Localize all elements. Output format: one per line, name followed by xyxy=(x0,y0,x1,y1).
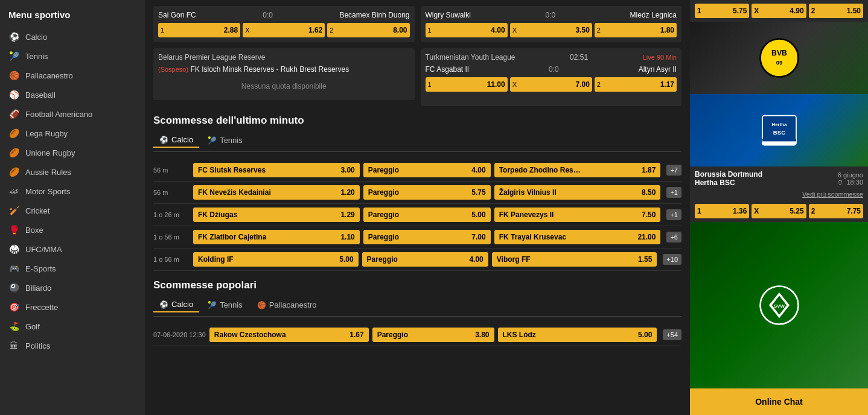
sidebar-item-tennis[interactable]: 🎾 Tennis xyxy=(0,46,145,66)
bet-home-2[interactable]: FK Džiugas 1.29 xyxy=(193,208,360,222)
right-panel: 1 5.75 X 4.90 2 1.50 BVB 09 Hertha BSC xyxy=(690,0,868,415)
bet-home-0[interactable]: FC Slutsk Reserves 3.00 xyxy=(193,163,360,177)
sidebar-item-unione-rugby[interactable]: 🏉 Unione Rugby xyxy=(0,143,145,162)
odd-2[interactable]: 21.17 xyxy=(595,77,677,92)
odd-2[interactable]: 21.80 xyxy=(595,23,677,37)
home-team: Sai Gon FC xyxy=(158,11,196,19)
sidebar-item-label: Tennis xyxy=(25,52,48,61)
sidebar-item-boxe[interactable]: 🥊 Boxe xyxy=(0,220,145,239)
sidebar-item-politics[interactable]: 🏛 Politics xyxy=(0,336,145,355)
sidebar-item-cricket[interactable]: 🏏 Cricket xyxy=(0,201,145,220)
featured-odd2-x[interactable]: X 5.25 xyxy=(752,204,806,218)
sidebar-item-motor-sports[interactable]: 🏎 Motor Sports xyxy=(0,182,145,201)
mma-icon: 🥋 xyxy=(8,244,19,254)
bet-row-3: 1 o 56 m FK Zlatibor Cajetina 1.10 Pareg… xyxy=(153,226,681,249)
popular-bet-draw-0[interactable]: Pareggio 3.80 xyxy=(372,328,494,342)
bet-draw-3[interactable]: Pareggio 7.00 xyxy=(363,230,491,244)
politics-icon: 🏛 xyxy=(8,341,19,350)
bet-away-4[interactable]: Viborg FF 1.55 xyxy=(492,252,657,267)
popular-plus-badge-0[interactable]: +54 xyxy=(663,329,681,340)
bet-draw-0[interactable]: Pareggio 4.00 xyxy=(363,163,491,177)
popular-tabs: ⚽ Calcio 🎾 Tennis 🏀 Pallacanestro xyxy=(153,297,681,317)
featured-match-teams: Borussia Dortmund Hertha BSC xyxy=(695,170,762,187)
sidebar-item-pallacanestro[interactable]: 🏀 Pallacanestro xyxy=(0,66,145,85)
match-header: Turkmenistan Youth League 02:51 Live 90 … xyxy=(426,53,677,62)
plus-badge-4[interactable]: +10 xyxy=(663,254,681,265)
bet-away-2[interactable]: FK Panevezys II 7.50 xyxy=(494,208,661,222)
match-score: 0:0 xyxy=(544,65,564,74)
darts-icon: 🎯 xyxy=(8,302,19,312)
bvb-logo: BVB 09 xyxy=(758,37,800,79)
away-team: Becamex Binh Duong xyxy=(339,11,409,19)
label: 1 xyxy=(697,7,701,15)
odd-x[interactable]: X7.00 xyxy=(510,77,592,92)
online-chat-button[interactable]: Online Chat xyxy=(690,388,868,415)
bet-home-3[interactable]: FK Zlatibor Cajetina 1.10 xyxy=(193,230,360,244)
hertha-banner: Hertha BSC xyxy=(690,94,868,166)
featured-odd2-2[interactable]: 2 7.75 xyxy=(809,204,863,218)
match-league: Belarus Premier League Reserve xyxy=(158,53,410,62)
bet-draw-2[interactable]: Pareggio 5.00 xyxy=(363,208,491,222)
tab-calcio[interactable]: ⚽ Calcio xyxy=(153,133,199,148)
sidebar-item-football-americano[interactable]: 🏈 Football Americano xyxy=(0,104,145,124)
bet-draw-1[interactable]: Pareggio 5.75 xyxy=(363,185,491,200)
popular-bet-home-0[interactable]: Rakow Czestochowa 1.67 xyxy=(209,328,369,342)
suspended-label: (Sospeso) xyxy=(158,66,188,73)
sidebar-item-calcio[interactable]: ⚽ Calcio xyxy=(0,27,145,46)
sidebar-item-aussie-rules[interactable]: 🏉 Aussie Rules xyxy=(0,162,145,182)
team2-name: Hertha BSC xyxy=(695,179,762,187)
odd-x[interactable]: X1.62 xyxy=(243,23,325,37)
popular-bet-away-0[interactable]: LKS Lódz 5.00 xyxy=(498,328,657,342)
sidebar-item-biliardo[interactable]: 🎱 Biliardo xyxy=(0,278,145,297)
bet-time: 56 m xyxy=(153,189,190,196)
plus-badge-3[interactable]: +6 xyxy=(666,232,681,242)
bet-draw-4[interactable]: Pareggio 4.00 xyxy=(362,252,488,267)
bet-time: 56 m xyxy=(153,166,190,174)
tab-popular-calcio[interactable]: ⚽ Calcio xyxy=(153,297,199,312)
bet-home-4[interactable]: Kolding IF 5.00 xyxy=(193,252,359,267)
sidebar-item-label: Calcio xyxy=(25,33,47,42)
rugby-icon: 🏉 xyxy=(8,128,19,138)
basketball-pop-icon: 🏀 xyxy=(257,301,266,309)
bet-away-0[interactable]: Torpedo Zhodino Reserves 1.87 xyxy=(494,163,661,177)
sidebar-item-esports[interactable]: 🎮 E-Sports xyxy=(0,259,145,278)
tab-popular-pallacanestro[interactable]: 🏀 Pallacanestro xyxy=(251,297,323,312)
sidebar: Menu sportivo ⚽ Calcio 🎾 Tennis 🏀 Pallac… xyxy=(0,0,145,415)
boxing-icon: 🥊 xyxy=(8,225,19,235)
tab-popular-tennis[interactable]: 🎾 Tennis xyxy=(202,297,249,312)
tab-tennis[interactable]: 🎾 Tennis xyxy=(202,133,249,148)
match-teams: FC Asgabat II 0:0 Altyn Asyr II xyxy=(426,65,677,74)
odd-1[interactable]: 12.88 xyxy=(158,23,240,37)
bet-row-2: 1 o 26 m FK Džiugas 1.29 Pareggio 5.00 F… xyxy=(153,204,681,226)
svg-rect-7 xyxy=(762,139,796,141)
suspended-match: Belarus Premier League Reserve (Sospeso)… xyxy=(153,48,415,100)
featured-odd-2[interactable]: 2 1.50 xyxy=(809,4,863,18)
vedi-piu-link[interactable]: Vedi più scommesse xyxy=(690,188,868,200)
bet-away-1[interactable]: Žalgiris Vilnius II 8.50 xyxy=(494,185,661,200)
plus-badge-1[interactable]: +1 xyxy=(666,187,681,198)
plus-badge-0[interactable]: +7 xyxy=(666,165,681,176)
sidebar-item-lega-rugby[interactable]: 🏉 Lega Rugby xyxy=(0,124,145,143)
last-minute-tabs: ⚽ Calcio 🎾 Tennis xyxy=(153,133,681,152)
plus-badge-2[interactable]: +1 xyxy=(666,209,681,220)
aussie-icon: 🏉 xyxy=(8,167,19,177)
odds-row: 111.00 X7.00 21.17 xyxy=(426,77,677,92)
sidebar-item-ufc-mma[interactable]: 🥋 UFC/MMA xyxy=(0,239,145,259)
odd-1[interactable]: 14.00 xyxy=(426,23,508,37)
sidebar-item-freccette[interactable]: 🎯 Freccette xyxy=(0,297,145,317)
bet-home-1[interactable]: FK Nevežis Kedainiai 1.20 xyxy=(193,185,360,200)
odd-x[interactable]: X3.50 xyxy=(510,23,592,37)
featured-odd2-1[interactable]: 1 1.36 xyxy=(695,204,749,218)
sidebar-item-baseball[interactable]: ⚾ Baseball xyxy=(0,85,145,104)
main-content: Sai Gon FC 0:0 Becamex Binh Duong 12.88 … xyxy=(145,0,690,415)
featured-odd-1[interactable]: 1 5.75 xyxy=(695,4,749,18)
motor-icon: 🏎 xyxy=(8,186,19,196)
featured-odd-x[interactable]: X 4.90 xyxy=(752,4,806,18)
bet-away-3[interactable]: FK Trayal Krusevac 21.00 xyxy=(494,230,661,244)
sidebar-item-golf[interactable]: ⛳ Golf xyxy=(0,317,145,336)
odd-2[interactable]: 28.00 xyxy=(327,23,409,37)
soccer-icon: ⚽ xyxy=(8,32,19,42)
sidebar-item-label: Lega Rugby xyxy=(25,129,68,138)
away-team: Miedz Legnica xyxy=(630,11,677,19)
odd-1[interactable]: 111.00 xyxy=(426,77,508,92)
